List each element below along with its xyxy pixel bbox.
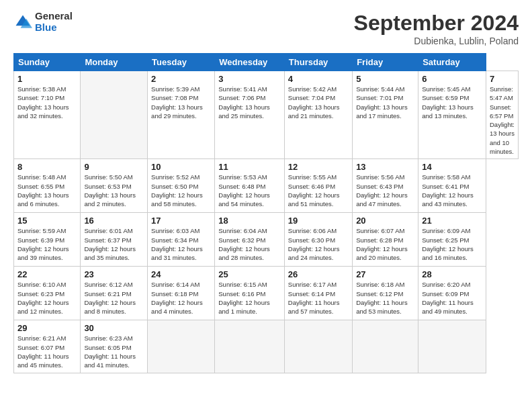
table-row: 12 Sunrise: 5:55 AM Sunset: 6:46 PM Dayl… bbox=[284, 159, 352, 213]
day-number: 6 bbox=[422, 74, 482, 84]
day-info: Sunrise: 5:53 AM Sunset: 6:48 PM Dayligh… bbox=[218, 173, 281, 208]
day-number: 29 bbox=[17, 323, 77, 333]
col-tuesday: Tuesday bbox=[148, 54, 215, 71]
title-section: September 2024 Dubienka, Lublin, Poland bbox=[354, 11, 519, 46]
day-number: 18 bbox=[218, 216, 281, 226]
day-info: Sunrise: 5:58 AM Sunset: 6:41 PM Dayligh… bbox=[422, 173, 482, 208]
day-number: 11 bbox=[218, 162, 281, 172]
table-row: 9 Sunrise: 5:50 AM Sunset: 6:53 PM Dayli… bbox=[81, 159, 148, 213]
day-number: 16 bbox=[84, 216, 144, 226]
col-monday: Monday bbox=[81, 54, 148, 71]
day-info: Sunrise: 5:50 AM Sunset: 6:53 PM Dayligh… bbox=[84, 173, 144, 208]
day-info: Sunrise: 6:01 AM Sunset: 6:37 PM Dayligh… bbox=[84, 226, 144, 262]
day-number: 21 bbox=[422, 216, 482, 226]
logo-blue: Blue bbox=[35, 22, 73, 34]
table-row: 25 Sunrise: 6:15 AM Sunset: 6:16 PM Dayl… bbox=[215, 267, 285, 320]
table-row: 18 Sunrise: 6:04 AM Sunset: 6:32 PM Dayl… bbox=[215, 213, 285, 267]
table-row bbox=[215, 320, 285, 373]
table-row: 28 Sunrise: 6:20 AM Sunset: 6:09 PM Dayl… bbox=[418, 267, 486, 320]
header-row: Sunday Monday Tuesday Wednesday Thursday… bbox=[14, 54, 519, 71]
day-number: 4 bbox=[288, 74, 349, 84]
day-number: 7 bbox=[490, 74, 515, 84]
table-row: 24 Sunrise: 6:14 AM Sunset: 6:18 PM Dayl… bbox=[148, 267, 215, 320]
day-info: Sunrise: 5:47 AM Sunset: 6:57 PM Dayligh… bbox=[490, 85, 515, 156]
logo-icon bbox=[13, 13, 32, 32]
calendar: Sunday Monday Tuesday Wednesday Thursday… bbox=[13, 53, 519, 373]
table-row: 4 Sunrise: 5:42 AM Sunset: 7:04 PM Dayli… bbox=[284, 71, 352, 159]
table-row: 1Sunrise: 5:38 AMSunset: 7:10 PMDaylight… bbox=[14, 71, 81, 159]
day-info: Sunrise: 5:42 AM Sunset: 7:04 PM Dayligh… bbox=[288, 85, 349, 120]
table-row: 22 Sunrise: 6:10 AM Sunset: 6:23 PM Dayl… bbox=[14, 267, 81, 320]
table-row: 13 Sunrise: 5:56 AM Sunset: 6:43 PM Dayl… bbox=[353, 159, 418, 213]
day-number: 8 bbox=[17, 162, 77, 172]
day-number: 10 bbox=[151, 162, 211, 172]
header: General Blue September 2024 Dubienka, Lu… bbox=[13, 11, 519, 46]
day-info: Sunrise: 6:20 AM Sunset: 6:09 PM Dayligh… bbox=[422, 280, 482, 316]
day-number: 26 bbox=[288, 269, 349, 279]
col-wednesday: Wednesday bbox=[215, 54, 285, 71]
day-info: Sunrise: 6:07 AM Sunset: 6:28 PM Dayligh… bbox=[356, 226, 414, 262]
table-row bbox=[353, 320, 418, 373]
table-row: 10 Sunrise: 5:52 AM Sunset: 6:50 PM Dayl… bbox=[148, 159, 215, 213]
day-number: 20 bbox=[356, 216, 414, 226]
day-number: 24 bbox=[151, 269, 211, 279]
table-row: 29 Sunrise: 6:21 AM Sunset: 6:07 PM Dayl… bbox=[14, 320, 81, 373]
day-info: Sunrise: 5:56 AM Sunset: 6:43 PM Dayligh… bbox=[356, 173, 414, 208]
day-info: Sunrise: 6:12 AM Sunset: 6:21 PM Dayligh… bbox=[84, 280, 144, 316]
day-number: 19 bbox=[288, 216, 349, 226]
table-row: 21 Sunrise: 6:09 AM Sunset: 6:25 PM Dayl… bbox=[418, 213, 486, 267]
day-info: Sunrise: 6:10 AM Sunset: 6:23 PM Dayligh… bbox=[17, 280, 77, 316]
day-number: 13 bbox=[356, 162, 414, 172]
table-row: 16 Sunrise: 6:01 AM Sunset: 6:37 PM Dayl… bbox=[81, 213, 148, 267]
table-row: 17 Sunrise: 6:03 AM Sunset: 6:34 PM Dayl… bbox=[148, 213, 215, 267]
table-row: 20 Sunrise: 6:07 AM Sunset: 6:28 PM Dayl… bbox=[353, 213, 418, 267]
day-info: Sunrise: 6:09 AM Sunset: 6:25 PM Dayligh… bbox=[422, 226, 482, 262]
day-info: Sunrise: 6:23 AM Sunset: 6:05 PM Dayligh… bbox=[84, 334, 144, 369]
table-row: 19 Sunrise: 6:06 AM Sunset: 6:30 PM Dayl… bbox=[284, 213, 352, 267]
day-number: 5 bbox=[356, 74, 414, 84]
day-info: Sunrise: 5:45 AM Sunset: 6:59 PM Dayligh… bbox=[422, 85, 482, 120]
day-number: 15 bbox=[17, 216, 77, 226]
location: Dubienka, Lublin, Poland bbox=[354, 36, 519, 46]
day-number: 17 bbox=[151, 216, 211, 226]
page: General Blue September 2024 Dubienka, Lu… bbox=[0, 0, 532, 411]
table-row: 14 Sunrise: 5:58 AM Sunset: 6:41 PM Dayl… bbox=[418, 159, 486, 213]
table-row: 23 Sunrise: 6:12 AM Sunset: 6:21 PM Dayl… bbox=[81, 267, 148, 320]
table-row bbox=[284, 320, 352, 373]
table-row: 2 Sunrise: 5:39 AM Sunset: 7:08 PM Dayli… bbox=[148, 71, 215, 159]
table-row: 26 Sunrise: 6:17 AM Sunset: 6:14 PM Dayl… bbox=[284, 267, 352, 320]
table-row: 7 Sunrise: 5:47 AM Sunset: 6:57 PM Dayli… bbox=[486, 71, 518, 159]
day-number: 22 bbox=[17, 269, 77, 279]
day-info: Sunrise: 6:15 AM Sunset: 6:16 PM Dayligh… bbox=[218, 280, 281, 316]
table-row: 30 Sunrise: 6:23 AM Sunset: 6:05 PM Dayl… bbox=[81, 320, 148, 373]
day-number: 3 bbox=[218, 74, 281, 84]
logo: General Blue bbox=[13, 11, 73, 33]
day-number: 14 bbox=[422, 162, 482, 172]
day-info: Sunrise: 6:03 AM Sunset: 6:34 PM Dayligh… bbox=[151, 226, 211, 262]
day-info: Sunrise: 6:21 AM Sunset: 6:07 PM Dayligh… bbox=[17, 334, 77, 369]
day-info: Sunrise: 5:39 AM Sunset: 7:08 PM Dayligh… bbox=[151, 85, 211, 120]
table-row: 3 Sunrise: 5:41 AM Sunset: 7:06 PM Dayli… bbox=[215, 71, 285, 159]
day-info: Sunrise: 6:04 AM Sunset: 6:32 PM Dayligh… bbox=[218, 226, 281, 262]
col-sunday: Sunday bbox=[14, 54, 81, 71]
logo-text: General Blue bbox=[35, 11, 73, 33]
table-row bbox=[148, 320, 215, 373]
day-number: 25 bbox=[218, 269, 281, 279]
day-number: 30 bbox=[84, 323, 144, 333]
table-row bbox=[81, 71, 148, 159]
day-info: Sunrise: 6:06 AM Sunset: 6:30 PM Dayligh… bbox=[288, 226, 349, 262]
col-friday: Friday bbox=[353, 54, 418, 71]
col-thursday: Thursday bbox=[284, 54, 352, 71]
day-info: Sunrise: 5:52 AM Sunset: 6:50 PM Dayligh… bbox=[151, 173, 211, 208]
day-info: Sunrise: 5:48 AM Sunset: 6:55 PM Dayligh… bbox=[17, 173, 77, 208]
day-info: Sunrise: 5:55 AM Sunset: 6:46 PM Dayligh… bbox=[288, 173, 349, 208]
table-row: 5 Sunrise: 5:44 AM Sunset: 7:01 PM Dayli… bbox=[353, 71, 418, 159]
day-number: 23 bbox=[84, 269, 144, 279]
day-number: 2 bbox=[151, 74, 211, 84]
day-number: 28 bbox=[422, 269, 482, 279]
day-info: Sunrise: 6:17 AM Sunset: 6:14 PM Dayligh… bbox=[288, 280, 349, 316]
day-number: 12 bbox=[288, 162, 349, 172]
logo-general: General bbox=[35, 11, 73, 22]
table-row: 27 Sunrise: 6:18 AM Sunset: 6:12 PM Dayl… bbox=[353, 267, 418, 320]
month-title: September 2024 bbox=[354, 11, 519, 36]
